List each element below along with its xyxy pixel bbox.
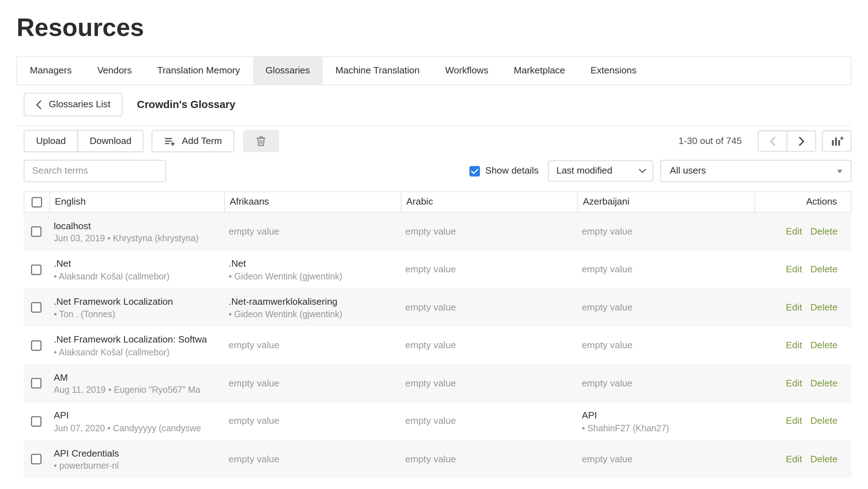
glossary-toolbar: Upload Download Add Term 1-30 out of 745 xyxy=(24,130,852,152)
empty-value: empty value xyxy=(582,378,749,389)
edit-link[interactable]: Edit xyxy=(786,453,802,464)
delete-link[interactable]: Delete xyxy=(810,302,837,313)
row-checkbox[interactable] xyxy=(31,416,42,427)
row-checkbox[interactable] xyxy=(31,302,42,313)
cell-english: AMAug 11, 2019 • Eugenio "Ryo567" Ma xyxy=(49,364,224,402)
cell-azerbaijani: empty value xyxy=(577,440,754,478)
table-body: localhostJun 03, 2019 • Khrystyna (khrys… xyxy=(24,213,852,478)
empty-value: empty value xyxy=(582,226,749,237)
delete-selected-button[interactable] xyxy=(243,130,279,152)
back-button-label: Glossaries List xyxy=(49,99,111,110)
row-checkbox[interactable] xyxy=(31,226,42,237)
cell-english: APIJun 07, 2020 • Candyyyyy (candyswe xyxy=(49,402,224,440)
edit-link[interactable]: Edit xyxy=(786,264,802,275)
delete-link[interactable]: Delete xyxy=(810,340,837,351)
tab-workflows[interactable]: Workflows xyxy=(432,57,501,85)
page-title: Resources xyxy=(17,12,852,43)
table-row: .Net• Alaksandr Košal (callmebor) .Net• … xyxy=(24,251,852,288)
term-meta: • powerburner-nl xyxy=(54,461,219,471)
tab-managers[interactable]: Managers xyxy=(17,57,84,85)
row-checkbox[interactable] xyxy=(31,378,42,388)
show-details-toggle[interactable]: Show details xyxy=(469,166,539,177)
row-checkbox[interactable] xyxy=(31,264,42,275)
empty-value: empty value xyxy=(582,453,749,464)
empty-value: empty value xyxy=(582,264,749,275)
table-row: API Credentials• powerburner-nl empty va… xyxy=(24,440,852,478)
edit-link[interactable]: Edit xyxy=(786,416,802,427)
column-header-arabic[interactable]: Arabic xyxy=(401,192,577,212)
column-header-azerbaijani[interactable]: Azerbaijani xyxy=(577,192,755,212)
empty-value: empty value xyxy=(405,302,572,313)
cell-afrikaans: .Net• Gideon Wentink (gjwentink) xyxy=(224,251,400,288)
upload-button[interactable]: Upload xyxy=(24,130,78,152)
edit-link[interactable]: Edit xyxy=(786,226,802,237)
tab-translation-memory[interactable]: Translation Memory xyxy=(144,57,253,85)
empty-value: empty value xyxy=(405,416,572,427)
add-term-label: Add Term xyxy=(182,136,222,147)
empty-value: empty value xyxy=(405,453,572,464)
glossaries-list-back-button[interactable]: Glossaries List xyxy=(24,93,123,116)
empty-value: empty value xyxy=(405,378,572,389)
next-page-button[interactable] xyxy=(787,131,816,152)
term-text: .Net Framework Localization: Softwa xyxy=(54,333,219,347)
empty-value: empty value xyxy=(228,340,395,351)
term-meta: • Gideon Wentink (gjwentink) xyxy=(228,272,395,282)
tab-vendors[interactable]: Vendors xyxy=(84,57,144,85)
filterbar: Show details Last modified All users xyxy=(24,160,852,182)
delete-link[interactable]: Delete xyxy=(810,264,837,275)
tab-extensions[interactable]: Extensions xyxy=(578,57,649,85)
show-details-checkbox[interactable] xyxy=(469,166,480,176)
delete-link[interactable]: Delete xyxy=(810,378,837,389)
search-input[interactable] xyxy=(24,160,166,182)
tab-machine-translation[interactable]: Machine Translation xyxy=(323,57,432,85)
empty-value: empty value xyxy=(405,264,572,275)
column-header-afrikaans[interactable]: Afrikaans xyxy=(224,192,401,212)
term-text: AM xyxy=(54,371,219,385)
table-header-row: English Afrikaans Arabic Azerbaijani Act… xyxy=(24,192,852,213)
add-term-button[interactable]: Add Term xyxy=(152,130,234,152)
cell-english: .Net Framework Localization: Softwa• Ala… xyxy=(49,326,224,364)
cell-arabic: empty value xyxy=(400,364,577,402)
term-meta: Jun 03, 2019 • Khrystyna (khrystyna) xyxy=(54,234,219,244)
users-filter-dropdown[interactable]: All users xyxy=(661,160,852,182)
caret-down-icon xyxy=(837,170,843,173)
cell-arabic: empty value xyxy=(400,213,577,251)
edit-link[interactable]: Edit xyxy=(786,378,802,389)
term-text: API xyxy=(54,409,219,423)
page: Resources Managers Vendors Translation M… xyxy=(0,12,868,489)
cell-azerbaijani: empty value xyxy=(577,364,754,402)
select-all-checkbox[interactable] xyxy=(32,197,42,207)
upload-download-group: Upload Download xyxy=(24,130,144,152)
empty-value: empty value xyxy=(228,416,395,427)
tab-glossaries[interactable]: Glossaries xyxy=(253,57,323,85)
cell-azerbaijani: empty value xyxy=(577,251,754,288)
edit-link[interactable]: Edit xyxy=(786,340,802,351)
delete-link[interactable]: Delete xyxy=(810,226,837,237)
cell-arabic: empty value xyxy=(400,326,577,364)
row-checkbox[interactable] xyxy=(31,454,42,464)
users-filter-value: All users xyxy=(670,166,706,177)
table-row: localhostJun 03, 2019 • Khrystyna (khrys… xyxy=(24,213,852,251)
term-meta: • Alaksandr Košal (callmebor) xyxy=(54,272,219,282)
sort-select[interactable]: Last modified xyxy=(548,161,653,182)
trash-icon xyxy=(255,135,267,147)
term-meta: • Gideon Wentink (gjwentink) xyxy=(228,309,395,319)
configure-columns-button[interactable] xyxy=(822,131,851,152)
cell-afrikaans: empty value xyxy=(224,440,400,478)
delete-link[interactable]: Delete xyxy=(810,453,837,464)
term-text: API xyxy=(582,409,749,423)
term-meta: • ShahinF27 (Khan27) xyxy=(582,423,749,433)
edit-link[interactable]: Edit xyxy=(786,302,802,313)
table-row: AMAug 11, 2019 • Eugenio "Ryo567" Ma emp… xyxy=(24,364,852,402)
term-meta: Aug 11, 2019 • Eugenio "Ryo567" Ma xyxy=(54,385,219,395)
chevron-left-icon xyxy=(36,100,42,109)
add-term-icon xyxy=(164,135,176,147)
download-button[interactable]: Download xyxy=(77,130,144,152)
term-text: .Net xyxy=(54,257,219,271)
delete-link[interactable]: Delete xyxy=(810,416,837,427)
prev-page-button[interactable] xyxy=(758,131,787,152)
tab-marketplace[interactable]: Marketplace xyxy=(501,57,578,85)
cell-afrikaans: empty value xyxy=(224,402,400,440)
column-header-english[interactable]: English xyxy=(49,192,224,212)
row-checkbox[interactable] xyxy=(31,340,42,351)
